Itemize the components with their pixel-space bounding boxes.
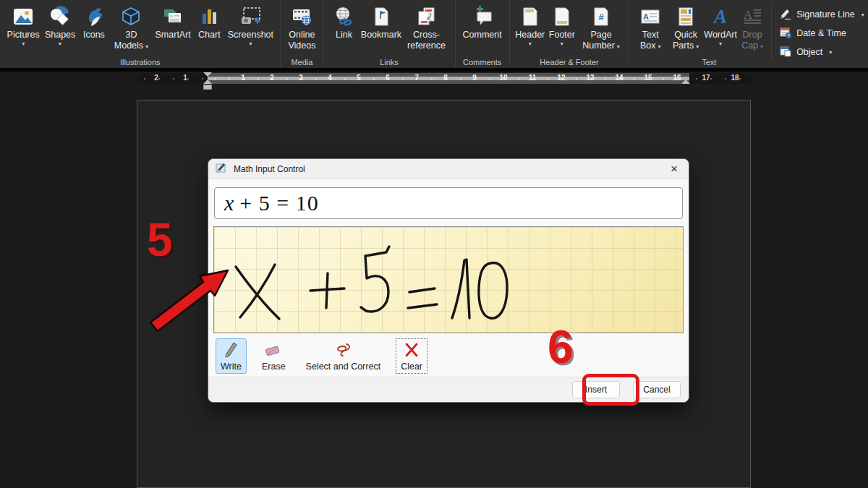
equation-variable: x [224,191,234,215]
header-icon [519,5,541,28]
icons-icon [83,5,105,28]
chevron-down-icon: ▾ [658,43,660,50]
header-button[interactable]: Header ▾ [514,4,546,48]
cancel-button[interactable]: Cancel [633,381,681,398]
group-label-header-footer: Header & Footer [510,58,629,67]
handwriting-canvas[interactable] [213,226,684,333]
chevron-down-icon: ▾ [617,43,620,50]
pictures-icon [12,5,34,28]
pictures-button[interactable]: Pictures ▾ [4,4,42,48]
erase-tool-button[interactable]: Erase [257,338,291,374]
write-tool-button[interactable]: Write [216,338,247,374]
signature-line-button[interactable]: Signature Line ▾ [779,7,864,22]
dialog-title: Math Input Control [234,164,305,174]
word-window: Pictures ▾ Shapes ▾ Icons 3D Mo [0,0,868,488]
dialog-titlebar[interactable]: Math Input Control × [208,159,689,179]
document-workspace: 2 1 1 2 3 4 5 6 7 8 9 10 11 12 13 14 15 … [0,72,868,488]
group-label-comments: Comments [456,58,509,67]
eraser-icon [264,341,283,361]
ribbon-group-links: Link Bookmark Cross-reference Links [323,0,455,68]
chevron-down-icon: ▾ [59,41,61,47]
3d-models-button[interactable]: 3D Models▾ [110,4,153,53]
smartart-icon [162,5,184,28]
chart-icon [198,5,220,28]
quick-parts-button[interactable]: Quick Parts▾ [667,4,705,53]
handwriting-ink [214,227,684,333]
chevron-down-icon: ▾ [696,43,699,50]
group-label-text: Text [629,58,788,67]
ruler-left-margin: 2 1 [137,73,208,84]
ribbon-group-text: A Text Box▾ Quick Parts▾ A WordArt ▾ A [629,0,868,68]
page-number-icon: # [590,5,612,28]
hanging-indent-marker[interactable] [203,80,212,84]
comment-icon [472,5,493,28]
icons-button[interactable]: Icons [78,4,110,42]
footer-button[interactable]: Footer ▾ [546,4,578,48]
svg-text:A: A [643,12,649,21]
horizontal-ruler[interactable]: 2 1 1 2 3 4 5 6 7 8 9 10 11 12 13 14 15 … [137,73,752,84]
3d-models-icon [120,5,142,28]
group-label-links: Links [323,58,454,67]
right-indent-marker[interactable] [681,80,690,84]
cross-reference-icon [415,5,437,28]
math-input-control-dialog: Math Input Control × x + 5 = 10 [208,158,689,403]
clear-tool-button[interactable]: Clear [396,338,427,374]
wordart-button[interactable]: A WordArt ▾ [705,4,736,48]
footer-icon [551,5,573,28]
drop-cap-button[interactable]: A Drop Cap▾ [736,4,768,53]
ruler-right-margin: 17 18 [689,73,752,84]
screenshot-icon [239,5,262,28]
lasso-icon [333,341,352,361]
close-icon[interactable]: × [668,163,680,175]
chart-button[interactable]: Chart [193,4,225,42]
math-input-icon [216,162,228,176]
chevron-down-icon: ▾ [561,41,563,47]
chevron-down-icon: ▾ [529,41,532,47]
svg-text:A: A [712,6,727,27]
online-videos-icon [291,5,312,28]
left-indent-marker[interactable] [203,85,212,90]
dialog-footer: Insert Cancel [208,377,689,402]
text-box-button[interactable]: A Text Box▾ [634,4,667,53]
smartart-button[interactable]: SmartArt [153,4,193,42]
equation-preview: x + 5 = 10 [214,187,683,219]
ribbon-group-comments: Comment Comments [456,0,510,68]
signature-line-icon [779,7,792,22]
insert-button[interactable]: Insert [572,381,620,398]
comment-button[interactable]: Comment [460,4,505,42]
screenshot-button[interactable]: Screenshot ▾ [225,4,276,48]
online-videos-button[interactable]: Online Videos [285,4,318,53]
svg-text:A: A [744,8,753,22]
quick-parts-icon [675,5,697,28]
text-group-side-column: Signature Line ▾ Date & Time Object ▾ [771,4,867,60]
chevron-down-icon: ▾ [719,41,722,47]
link-button[interactable]: Link [328,4,359,42]
ribbon-group-media: Online Videos Media [281,0,323,68]
page-number-button[interactable]: # Page Number▾ [578,4,624,53]
group-label-illustrations: Illustrations [0,58,280,67]
object-button[interactable]: Object ▾ [779,44,864,60]
link-icon [333,5,354,28]
shapes-icon [49,5,71,28]
bookmark-button[interactable]: Bookmark [359,4,402,42]
ribbon-group-illustrations: Pictures ▾ Shapes ▾ Icons 3D Mo [0,0,281,68]
cross-reference-button[interactable]: Cross-reference [402,4,450,53]
text-box-icon: A [639,5,661,28]
chevron-down-icon: ▾ [829,50,832,56]
select-and-correct-tool-button[interactable]: Select and Correct [301,338,386,374]
chevron-down-icon: ▾ [249,41,252,47]
chevron-down-icon: ▾ [760,43,763,50]
bookmark-icon [370,5,392,28]
date-time-button[interactable]: Date & Time [779,25,864,41]
ink-toolbar: Write Erase Select and Correct [208,333,689,378]
date-time-icon [779,26,792,41]
write-pencil-icon [223,341,239,361]
chevron-down-icon: ▾ [145,43,148,50]
equation-rest: + 5 = 10 [239,191,318,215]
ribbon-insert-tab: Pictures ▾ Shapes ▾ Icons 3D Mo [0,0,868,68]
shapes-button[interactable]: Shapes ▾ [42,4,78,48]
wordart-icon: A [710,5,731,28]
chevron-down-icon: ▾ [22,41,25,47]
first-line-indent-marker[interactable] [203,72,212,77]
group-label-media: Media [281,58,323,67]
